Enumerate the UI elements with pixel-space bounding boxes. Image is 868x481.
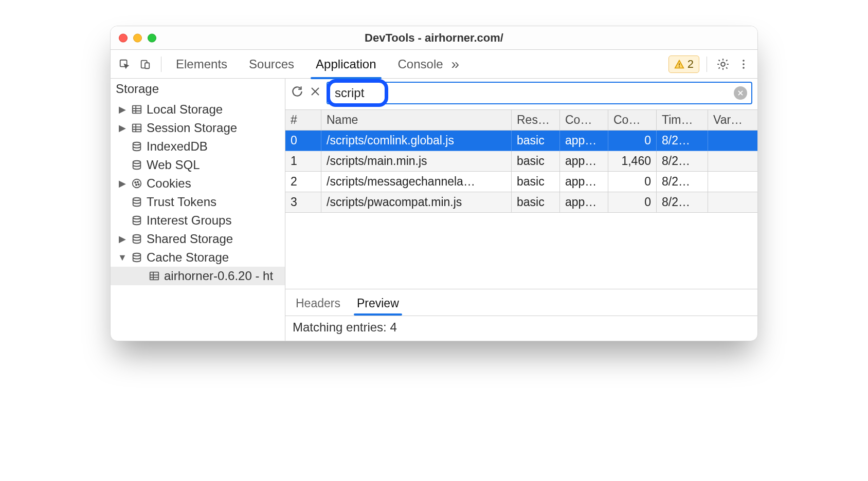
sidebar-item-cookies[interactable]: ▶Cookies — [111, 174, 285, 193]
cell: /scripts/main.min.js — [321, 151, 512, 172]
table-row[interactable]: 2/scripts/messagechannela…basicapp…08/2… — [285, 172, 757, 192]
device-toolbar-icon[interactable] — [136, 55, 154, 73]
db-icon — [131, 252, 142, 263]
cell: 3 — [285, 192, 321, 213]
tab-console[interactable]: Console — [396, 51, 445, 78]
detail-tabs: HeadersPreview — [285, 289, 757, 316]
status-bar: Matching entries: 4 — [285, 316, 757, 341]
chevron-right-icon[interactable]: ▶ — [118, 104, 127, 115]
tab-elements[interactable]: Elements — [174, 51, 229, 78]
cell: 0 — [608, 172, 657, 192]
cell: /scripts/pwacompat.min.js — [321, 192, 512, 213]
more-tabs-icon[interactable]: » — [448, 56, 463, 72]
window-title: DevTools - airhorner.com/ — [111, 31, 757, 45]
sidebar-item-trust-tokens[interactable]: ▶Trust Tokens — [111, 193, 285, 211]
cell — [708, 151, 757, 172]
db-icon — [131, 215, 142, 226]
chevron-right-icon[interactable]: ▶ — [118, 233, 127, 245]
cell: 8/2… — [657, 172, 708, 192]
devtools-window: DevTools - airhorner.com/ ElementsSource… — [110, 26, 758, 341]
clear-filter-icon[interactable] — [734, 86, 747, 100]
table-header: #NameRes…Co…Co…Tim…Var… — [285, 110, 757, 131]
sidebar-item-local-storage[interactable]: ▶Local Storage — [111, 100, 285, 119]
reload-icon[interactable] — [291, 85, 304, 101]
cell — [708, 131, 757, 151]
window-controls — [119, 33, 156, 42]
cell: 8/2… — [657, 131, 708, 151]
main-tabbar: ElementsSourcesApplicationConsole » 2 — [111, 50, 757, 79]
cell: app… — [560, 172, 608, 192]
cell: app… — [560, 192, 608, 213]
filter-input[interactable] — [327, 82, 752, 104]
sidebar-item-indexeddb[interactable]: ▶IndexedDB — [111, 137, 285, 156]
grid-icon — [131, 104, 142, 115]
tabs: ElementsSourcesApplicationConsole — [174, 51, 445, 78]
subtab-preview[interactable]: Preview — [356, 292, 400, 316]
sidebar-item-label: Local Storage — [147, 102, 223, 117]
cookie-icon — [131, 178, 142, 189]
table-row[interactable]: 1/scripts/main.min.jsbasicapp…1,4608/2… — [285, 151, 757, 172]
cell: 0 — [285, 131, 321, 151]
chevron-right-icon[interactable]: ▶ — [118, 178, 127, 189]
cell: 0 — [608, 131, 657, 151]
cell — [708, 192, 757, 213]
cell: 8/2… — [657, 151, 708, 172]
sidebar-heading: Storage — [111, 79, 285, 100]
cell — [708, 172, 757, 192]
grid-icon — [149, 270, 160, 282]
chevron-right-icon[interactable]: ▶ — [118, 122, 127, 134]
sidebar-item-label: Shared Storage — [147, 232, 233, 246]
minimize-window-button[interactable] — [133, 33, 142, 42]
column-header[interactable]: Var… — [708, 110, 757, 131]
sidebar-item-airhorner-0-6-20-ht[interactable]: ▶airhorner-0.6.20 - ht — [111, 267, 285, 285]
column-header[interactable]: Name — [321, 110, 512, 131]
settings-icon[interactable] — [714, 55, 732, 73]
cell: app… — [560, 131, 608, 151]
sidebar-item-interest-groups[interactable]: ▶Interest Groups — [111, 211, 285, 230]
kebab-menu-icon[interactable] — [735, 55, 752, 73]
column-header[interactable]: Res… — [512, 110, 560, 131]
sidebar-item-session-storage[interactable]: ▶Session Storage — [111, 119, 285, 137]
sidebar-item-label: IndexedDB — [147, 139, 208, 154]
chevron-down-icon[interactable]: ▼ — [118, 252, 127, 263]
tab-sources[interactable]: Sources — [247, 51, 296, 78]
clear-icon[interactable] — [309, 85, 321, 101]
cell: 1,460 — [608, 151, 657, 172]
main-panel: #NameRes…Co…Co…Tim…Var… 0/scripts/comlin… — [285, 79, 757, 341]
titlebar: DevTools - airhorner.com/ — [111, 26, 757, 50]
divider — [161, 57, 161, 72]
column-header[interactable]: Co… — [608, 110, 657, 131]
warnings-badge[interactable]: 2 — [668, 55, 699, 73]
sidebar-item-shared-storage[interactable]: ▶Shared Storage — [111, 230, 285, 248]
cell: basic — [512, 151, 560, 172]
table-row[interactable]: 0/scripts/comlink.global.jsbasicapp…08/2… — [285, 131, 757, 151]
subtab-headers[interactable]: Headers — [295, 292, 341, 316]
cell: /scripts/comlink.global.js — [321, 131, 512, 151]
column-header[interactable]: Co… — [560, 110, 608, 131]
zoom-window-button[interactable] — [148, 33, 156, 42]
cell: /scripts/messagechannela… — [321, 172, 512, 192]
table-body: 0/scripts/comlink.global.jsbasicapp…08/2… — [285, 131, 757, 289]
sidebar-item-label: Cache Storage — [147, 250, 229, 265]
column-header[interactable]: # — [285, 110, 321, 131]
sidebar-item-label: Session Storage — [147, 121, 237, 135]
filter-toolbar — [285, 79, 757, 109]
db-icon — [131, 196, 142, 208]
column-header[interactable]: Tim… — [657, 110, 708, 131]
table-row[interactable]: 3/scripts/pwacompat.min.jsbasicapp…08/2… — [285, 192, 757, 213]
sidebar-item-label: Interest Groups — [147, 213, 231, 228]
close-window-button[interactable] — [119, 33, 128, 42]
db-icon — [131, 159, 142, 171]
sidebar-item-cache-storage[interactable]: ▼Cache Storage — [111, 248, 285, 267]
cell: 0 — [608, 192, 657, 213]
cell: 1 — [285, 151, 321, 172]
sidebar-item-web-sql[interactable]: ▶Web SQL — [111, 156, 285, 174]
storage-tree: ▶Local Storage▶Session Storage▶IndexedDB… — [111, 100, 285, 285]
inspect-icon[interactable] — [116, 55, 133, 73]
db-icon — [131, 233, 142, 245]
sidebar: Storage ▶Local Storage▶Session Storage▶I… — [111, 79, 285, 341]
warnings-count: 2 — [688, 58, 694, 71]
cell: 8/2… — [657, 192, 708, 213]
grid-icon — [131, 122, 142, 134]
tab-application[interactable]: Application — [314, 51, 378, 78]
